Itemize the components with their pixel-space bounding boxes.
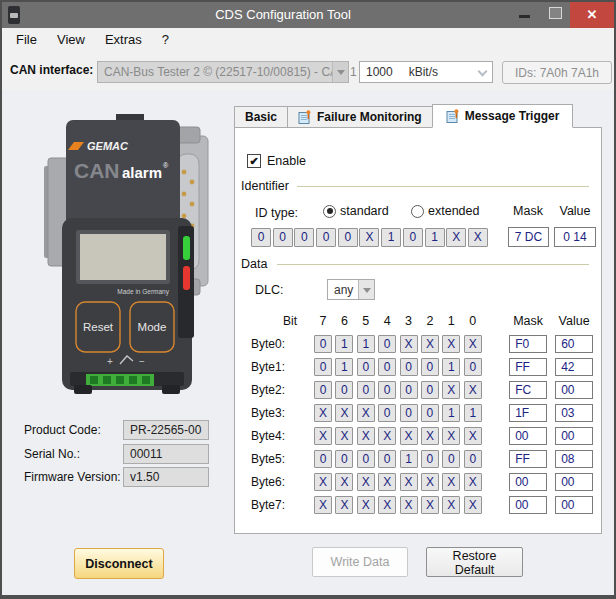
byte7-bit-6[interactable]: X: [335, 496, 353, 514]
minimize-icon[interactable]: [510, 2, 540, 28]
byte2-bit-7[interactable]: 0: [314, 381, 332, 399]
byte1-bit-5[interactable]: 0: [357, 358, 375, 376]
byte4-bit-4[interactable]: X: [378, 427, 396, 445]
byte3-bit-5[interactable]: X: [357, 404, 375, 422]
byte2-mask-field[interactable]: FC: [509, 381, 547, 399]
byte6-bit-1[interactable]: X: [442, 473, 460, 491]
byte7-bit-0[interactable]: X: [464, 496, 482, 514]
byte3-bit-3[interactable]: 0: [400, 404, 418, 422]
byte5-bit-0[interactable]: 0: [464, 450, 482, 468]
id-value-field[interactable]: 0 14: [554, 227, 596, 247]
dlc-select[interactable]: any: [327, 279, 375, 300]
id-bit-3[interactable]: 0: [403, 228, 423, 247]
id-bit-9[interactable]: 0: [273, 228, 293, 247]
byte7-bit-1[interactable]: X: [442, 496, 460, 514]
restore-default-button[interactable]: Restore Default: [426, 547, 523, 577]
byte2-bit-4[interactable]: 0: [378, 381, 396, 399]
byte3-bit-4[interactable]: 0: [378, 404, 396, 422]
id-mask-field[interactable]: 7 DC: [508, 227, 549, 247]
byte3-bit-2[interactable]: 0: [421, 404, 439, 422]
byte7-bit-2[interactable]: X: [421, 496, 439, 514]
byte2-bit-5[interactable]: 0: [357, 381, 375, 399]
radio-standard[interactable]: standard: [323, 204, 389, 218]
byte5-bit-7[interactable]: 0: [314, 450, 332, 468]
byte1-bit-1[interactable]: 1: [442, 358, 460, 376]
id-bit-6[interactable]: 0: [338, 228, 358, 247]
byte2-bit-2[interactable]: 0: [421, 381, 439, 399]
disconnect-button[interactable]: Disconnect: [74, 548, 164, 579]
byte7-bit-3[interactable]: X: [400, 496, 418, 514]
byte5-value-field[interactable]: 08: [555, 450, 593, 468]
byte6-bit-3[interactable]: X: [400, 473, 418, 491]
byte0-bit-6[interactable]: 1: [335, 335, 353, 353]
id-bit-10[interactable]: 0: [251, 228, 271, 247]
radio-extended[interactable]: extended: [411, 204, 479, 218]
id-bit-4[interactable]: 1: [381, 228, 401, 247]
byte3-mask-field[interactable]: 1F: [509, 404, 547, 422]
maximize-icon[interactable]: [540, 2, 570, 28]
write-data-button[interactable]: Write Data: [312, 547, 408, 577]
byte6-bit-5[interactable]: X: [357, 473, 375, 491]
id-bit-8[interactable]: 0: [294, 228, 314, 247]
byte6-bit-0[interactable]: X: [464, 473, 482, 491]
byte2-bit-6[interactable]: 0: [335, 381, 353, 399]
byte5-bit-5[interactable]: 0: [357, 450, 375, 468]
byte4-bit-5[interactable]: X: [357, 427, 375, 445]
byte6-bit-7[interactable]: X: [314, 473, 332, 491]
byte0-mask-field[interactable]: F0: [509, 335, 547, 353]
byte2-bit-0[interactable]: X: [464, 381, 482, 399]
menu-item-view[interactable]: View: [47, 29, 95, 51]
can-interface-select[interactable]: CAN-Bus Tester 2 © (22517-10/00815) - CA…: [97, 61, 349, 83]
byte5-bit-3[interactable]: 1: [400, 450, 418, 468]
byte6-bit-2[interactable]: X: [421, 473, 439, 491]
chevron-down-icon[interactable]: [332, 62, 348, 82]
byte2-bit-1[interactable]: X: [442, 381, 460, 399]
byte5-bit-4[interactable]: 0: [378, 450, 396, 468]
byte1-bit-7[interactable]: 0: [314, 358, 332, 376]
close-icon[interactable]: ✕: [570, 2, 614, 28]
byte5-bit-1[interactable]: 0: [442, 450, 460, 468]
id-bit-0[interactable]: X: [468, 228, 488, 247]
byte0-bit-5[interactable]: 1: [357, 335, 375, 353]
byte2-bit-3[interactable]: 0: [400, 381, 418, 399]
byte6-bit-6[interactable]: X: [335, 473, 353, 491]
byte7-bit-5[interactable]: X: [357, 496, 375, 514]
byte1-mask-field[interactable]: FF: [509, 358, 547, 376]
ids-button[interactable]: IDs: 7A0h 7A1h: [502, 61, 612, 84]
byte6-mask-field[interactable]: 00: [509, 473, 547, 491]
byte7-bit-7[interactable]: X: [314, 496, 332, 514]
menu-item-extras[interactable]: Extras: [95, 29, 152, 51]
byte4-bit-3[interactable]: X: [400, 427, 418, 445]
byte3-bit-6[interactable]: X: [335, 404, 353, 422]
tab-basic[interactable]: Basic: [234, 106, 288, 127]
id-bit-5[interactable]: X: [359, 228, 379, 247]
id-bit-2[interactable]: 1: [425, 228, 445, 247]
tab-failure-monitoring[interactable]: Failure Monitoring: [287, 106, 433, 127]
id-bit-7[interactable]: 0: [316, 228, 336, 247]
id-bit-1[interactable]: X: [446, 228, 466, 247]
byte3-value-field[interactable]: 03: [555, 404, 593, 422]
byte6-bit-4[interactable]: X: [378, 473, 396, 491]
byte7-mask-field[interactable]: 00: [509, 496, 547, 514]
byte1-bit-4[interactable]: 0: [378, 358, 396, 376]
byte5-bit-2[interactable]: 0: [421, 450, 439, 468]
byte4-bit-7[interactable]: X: [314, 427, 332, 445]
byte7-value-field[interactable]: 00: [555, 496, 593, 514]
byte4-bit-6[interactable]: X: [335, 427, 353, 445]
byte4-bit-0[interactable]: X: [464, 427, 482, 445]
byte1-bit-3[interactable]: 0: [400, 358, 418, 376]
chevron-down-icon[interactable]: [358, 280, 374, 299]
byte0-bit-2[interactable]: X: [421, 335, 439, 353]
byte5-bit-6[interactable]: 0: [335, 450, 353, 468]
byte4-mask-field[interactable]: 00: [509, 427, 547, 445]
byte0-bit-3[interactable]: X: [400, 335, 418, 353]
byte4-value-field[interactable]: 00: [555, 427, 593, 445]
byte0-bit-0[interactable]: X: [464, 335, 482, 353]
byte4-bit-2[interactable]: X: [421, 427, 439, 445]
menu-item-help[interactable]: ?: [152, 29, 179, 51]
byte6-value-field[interactable]: 00: [555, 473, 593, 491]
byte3-bit-1[interactable]: 1: [442, 404, 460, 422]
byte1-bit-2[interactable]: 0: [421, 358, 439, 376]
byte1-value-field[interactable]: 42: [555, 358, 593, 376]
byte0-value-field[interactable]: 60: [555, 335, 593, 353]
